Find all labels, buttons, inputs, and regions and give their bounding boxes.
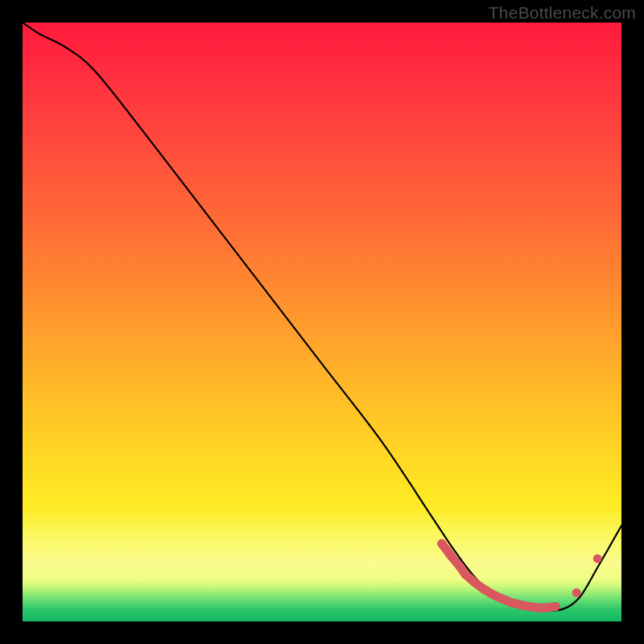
marker-dot xyxy=(446,551,455,560)
marker-dot xyxy=(506,598,515,607)
marker-dot xyxy=(456,562,464,571)
chart-svg xyxy=(23,23,621,621)
marker-dot xyxy=(572,588,581,597)
marker-dot xyxy=(524,602,533,611)
marker-dot xyxy=(461,570,470,579)
marker-dot xyxy=(497,594,506,603)
marker-dot xyxy=(543,603,551,612)
marker-dot xyxy=(437,539,446,548)
watermark-text: TheBottleneck.com xyxy=(489,3,636,23)
marker-dot xyxy=(593,554,602,563)
marker-dot xyxy=(515,601,524,609)
marker-dot xyxy=(479,584,488,593)
main-curve xyxy=(23,23,621,611)
marker-dot xyxy=(470,578,479,587)
marker-dot xyxy=(489,590,497,599)
plot-area xyxy=(23,23,621,621)
marker-dot xyxy=(551,602,560,611)
marker-dot xyxy=(533,603,542,612)
chart-stage: TheBottleneck.com xyxy=(0,0,644,644)
